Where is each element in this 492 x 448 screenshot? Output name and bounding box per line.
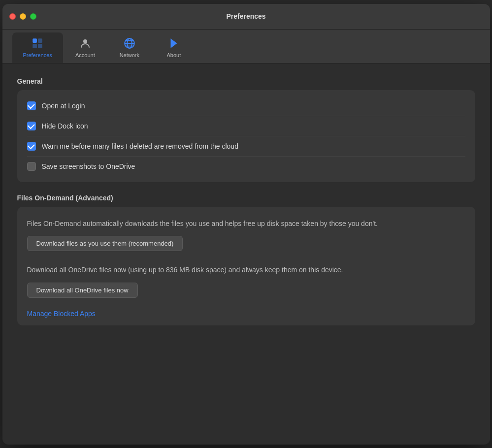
checkbox-save-screenshots-label: Save screenshots to OneDrive <box>42 162 135 170</box>
svg-rect-0 <box>33 38 37 43</box>
manage-blocked-apps-link[interactable]: Manage Blocked Apps <box>27 306 96 320</box>
files-on-demand-desc2: Download all OneDrive files now (using u… <box>27 259 465 276</box>
tab-network[interactable]: Network <box>107 32 152 63</box>
minimize-button[interactable] <box>20 13 26 20</box>
tab-about-label: About <box>166 52 181 58</box>
svg-rect-3 <box>38 44 42 48</box>
checkbox-hide-dock-label: Hide Dock icon <box>42 122 88 130</box>
checkbox-open-at-login[interactable] <box>27 101 36 110</box>
checkbox-hide-dock[interactable] <box>27 122 36 130</box>
tab-preferences-label: Preferences <box>23 52 52 58</box>
maximize-button[interactable] <box>30 13 36 20</box>
content-area: General Open at Login Hide Dock icon War… <box>2 64 490 445</box>
window-controls <box>9 13 36 20</box>
about-icon <box>167 36 181 50</box>
checkbox-open-at-login-label: Open at Login <box>42 102 85 110</box>
download-as-you-use-button[interactable]: Download files as you use them (recommen… <box>27 236 183 251</box>
checkbox-row-save-screenshots: Save screenshots to OneDrive <box>27 157 465 176</box>
svg-rect-1 <box>33 44 37 48</box>
tab-account-label: Account <box>75 52 95 58</box>
checkbox-warn-delete-label: Warn me before many files I deleted are … <box>42 142 238 150</box>
files-on-demand-card: Files On-Demand automatically downloads … <box>17 207 475 325</box>
network-icon <box>123 36 136 50</box>
checkbox-row-warn-delete: Warn me before many files I deleted are … <box>27 136 465 157</box>
checkbox-row-hide-dock: Hide Dock icon <box>27 116 465 136</box>
files-on-demand-section-title: Files On-Demand (Advanced) <box>17 194 475 202</box>
tab-about[interactable]: About <box>152 32 196 63</box>
preferences-icon <box>31 36 44 50</box>
account-icon <box>78 36 92 50</box>
preferences-window: Preferences Preferences <box>2 4 490 445</box>
checkbox-warn-delete[interactable] <box>27 142 36 151</box>
tab-account[interactable]: Account <box>63 32 107 63</box>
window-title: Preferences <box>226 12 265 20</box>
download-all-button[interactable]: Download all OneDrive files now <box>27 283 138 298</box>
tab-network-label: Network <box>120 52 139 58</box>
tab-preferences[interactable]: Preferences <box>12 32 63 63</box>
general-section-title: General <box>17 77 475 85</box>
general-card: Open at Login Hide Dock icon Warn me bef… <box>17 90 475 182</box>
close-button[interactable] <box>9 13 16 20</box>
titlebar: Preferences <box>2 4 490 30</box>
checkbox-save-screenshots[interactable] <box>27 162 36 171</box>
checkbox-row-open-at-login: Open at Login <box>27 96 465 116</box>
svg-point-4 <box>83 39 87 43</box>
svg-rect-2 <box>38 38 42 43</box>
toolbar: Preferences Account <box>2 30 490 64</box>
files-on-demand-desc1: Files On-Demand automatically downloads … <box>27 213 465 229</box>
